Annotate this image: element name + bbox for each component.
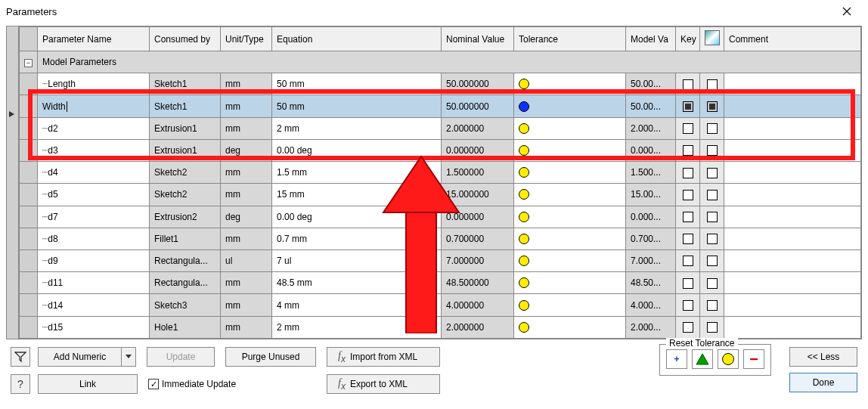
cell-export-checkbox[interactable] [700,316,724,338]
cell-tolerance[interactable] [514,95,626,117]
cell-key-checkbox[interactable] [676,73,700,95]
cell-name[interactable]: ┈d8 [38,228,150,249]
add-numeric-dropdown[interactable] [121,347,136,367]
cell-name[interactable]: ┈d2 [38,117,150,139]
cell-equation[interactable]: 0.00 deg [272,206,442,228]
cell-export-checkbox[interactable] [700,139,724,161]
parameters-grid[interactable]: Parameter Name Consumed by Unit/Type Equ… [6,26,862,339]
cell-name[interactable]: ┈d9 [38,249,150,271]
less-button[interactable]: << Less [789,347,857,367]
table-row[interactable]: ┈d15 Hole1 mm 2 mm 2.000000 2.000... [20,316,861,338]
cell-export-checkbox[interactable] [700,162,724,184]
cell-name[interactable]: ┈d3 [38,139,150,161]
col-unit-type[interactable]: Unit/Type [221,27,272,51]
help-button[interactable]: ? [11,374,30,394]
table-row[interactable]: ┈d8 Fillet1 mm 0.7 mm 0.700000 0.700... [20,228,861,249]
cell-name[interactable]: ┈d14 [38,294,150,316]
done-button[interactable]: Done [789,373,857,392]
col-consumed-by[interactable]: Consumed by [150,27,221,51]
cell-key-checkbox[interactable] [676,95,700,117]
cell-comment[interactable] [724,316,861,338]
cell-tolerance[interactable] [514,184,626,206]
cell-comment[interactable] [724,228,861,249]
cell-export-checkbox[interactable] [700,228,724,249]
cell-comment[interactable] [724,95,861,117]
cell-key-checkbox[interactable] [676,272,700,294]
cell-key-checkbox[interactable] [676,249,700,271]
cell-comment[interactable] [724,206,861,228]
link-button[interactable]: Link [38,374,138,394]
tolerance-triangle-button[interactable] [692,349,713,369]
table-row[interactable]: ┈d11 Rectangula... mm 48.5 mm 48.500000 … [20,272,861,294]
add-numeric-button[interactable]: Add Numeric [38,347,136,367]
table-row[interactable]: ┈d7 Extrusion2 deg 0.00 deg 0.000000 0.0… [20,206,861,228]
cell-equation[interactable]: 48.5 mm [272,272,442,294]
tolerance-minus-button[interactable]: − [743,349,764,369]
cell-key-checkbox[interactable] [676,184,700,206]
close-button[interactable] [832,1,862,22]
table-row[interactable]: Width Sketch1 mm 50 mm 50.000000 50.00..… [20,95,861,117]
cell-name[interactable]: ┈d11 [38,272,150,294]
cell-name[interactable]: ┈d15 [38,316,150,338]
cell-comment[interactable] [724,294,861,316]
cell-key-checkbox[interactable] [676,294,700,316]
cell-tolerance[interactable] [514,249,626,271]
table-row[interactable]: ┈d3 Extrusion1 deg 0.00 deg 0.000000 0.0… [20,139,861,161]
cell-equation[interactable]: 7 ul [272,249,442,271]
col-model-value[interactable]: Model Va [626,27,676,51]
cell-tolerance[interactable] [514,139,626,161]
cell-name[interactable]: ┈d4 [38,162,150,184]
table-row[interactable]: ┈d4 Sketch2 mm 1.5 mm 1.500000 1.500... [20,162,861,184]
cell-equation[interactable]: 2 mm [272,117,442,139]
col-key[interactable]: Key [676,27,700,51]
collapse-icon[interactable]: − [24,59,33,67]
cell-key-checkbox[interactable] [676,117,700,139]
table-row[interactable]: ┈d9 Rectangula... ul 7 ul 7.000000 7.000… [20,249,861,271]
tolerance-circle-button[interactable] [718,349,739,369]
cell-comment[interactable] [724,139,861,161]
cell-comment[interactable] [724,117,861,139]
cell-export-checkbox[interactable] [700,206,724,228]
cell-tolerance[interactable] [514,162,626,184]
cell-comment[interactable] [724,272,861,294]
cell-equation[interactable]: 4 mm [272,294,442,316]
table-row[interactable]: ┈d2 Extrusion1 mm 2 mm 2.000000 2.000... [20,117,861,139]
cell-equation[interactable]: 1.5 mm [272,162,442,184]
cell-comment[interactable] [724,73,861,95]
cell-tolerance[interactable] [514,73,626,95]
cell-name[interactable]: ┈Length [38,73,150,95]
col-export[interactable] [700,27,724,51]
tolerance-plus-button[interactable]: + [666,349,687,369]
group-row-model-parameters[interactable]: − Model Parameters [20,51,861,73]
cell-key-checkbox[interactable] [676,206,700,228]
import-xml-button[interactable]: fxImport from XML [327,347,440,367]
cell-export-checkbox[interactable] [700,117,724,139]
cell-tolerance[interactable] [514,272,626,294]
cell-equation[interactable]: 0.00 deg [272,139,442,161]
cell-export-checkbox[interactable] [700,73,724,95]
col-tolerance[interactable]: Tolerance [514,27,626,51]
cell-equation[interactable]: 15 mm [272,184,442,206]
export-xml-button[interactable]: fxExport to XML [327,374,440,394]
cell-comment[interactable] [724,162,861,184]
cell-equation[interactable]: 50 mm [272,95,442,117]
table-row[interactable]: ┈d14 Sketch3 mm 4 mm 4.000000 4.000... [20,294,861,316]
update-button[interactable]: Update [147,347,215,367]
cell-export-checkbox[interactable] [700,95,724,117]
table-row[interactable]: ┈Length Sketch1 mm 50 mm 50.000000 50.00… [20,73,861,95]
col-equation[interactable]: Equation [272,27,442,51]
cell-equation[interactable]: 0.7 mm [272,228,442,249]
cell-tolerance[interactable] [514,117,626,139]
cell-tolerance[interactable] [514,294,626,316]
cell-tolerance[interactable] [514,316,626,338]
cell-export-checkbox[interactable] [700,184,724,206]
cell-export-checkbox[interactable] [700,294,724,316]
col-comment[interactable]: Comment [724,27,861,51]
immediate-update-checkbox[interactable]: ✓ Immediate Update [148,379,236,389]
cell-equation[interactable]: 50 mm [272,73,442,95]
col-nominal-value[interactable]: Nominal Value [442,27,514,51]
cell-export-checkbox[interactable] [700,272,724,294]
cell-name[interactable]: Width [38,95,150,117]
cell-name[interactable]: ┈d5 [38,184,150,206]
col-parameter-name[interactable]: Parameter Name [38,27,150,51]
